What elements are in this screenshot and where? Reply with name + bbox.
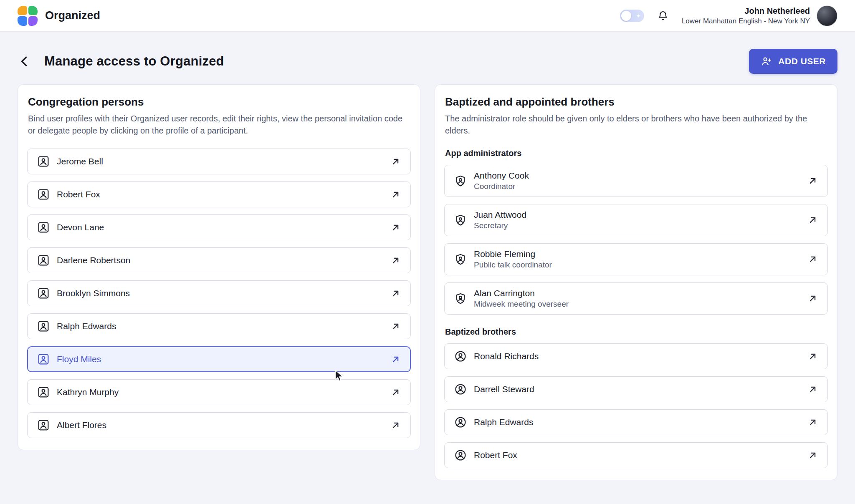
brother-name: Ronald Richards bbox=[474, 351, 539, 361]
admin-role: Public talk coordinator bbox=[474, 260, 552, 270]
open-profile-arrow-icon[interactable] bbox=[390, 420, 401, 431]
open-profile-arrow-icon[interactable] bbox=[807, 254, 818, 265]
open-profile-arrow-icon[interactable] bbox=[807, 450, 818, 461]
admin-role: Coordinator bbox=[474, 182, 529, 191]
open-profile-arrow-icon[interactable] bbox=[807, 384, 818, 395]
open-profile-arrow-icon[interactable] bbox=[390, 189, 401, 200]
admin-row[interactable]: Anthony Cook Coordinator bbox=[444, 165, 828, 197]
page-title: Manage access to Organized bbox=[44, 54, 224, 69]
brand: Organized bbox=[18, 6, 100, 26]
person-name: Albert Flores bbox=[57, 420, 106, 430]
admin-name: Alan Carrington bbox=[474, 288, 569, 298]
open-profile-arrow-icon[interactable] bbox=[807, 351, 818, 362]
person-row-selected[interactable]: Floyd Miles bbox=[27, 346, 411, 372]
admin-row[interactable]: Alan Carrington Midweek meeting overseer bbox=[444, 282, 828, 315]
person-name: Robert Fox bbox=[57, 189, 100, 199]
open-profile-arrow-icon[interactable] bbox=[390, 288, 401, 299]
top-bar: Organized ✦ John Netherleed Lower Manhat… bbox=[0, 0, 855, 32]
toggle-knob bbox=[621, 11, 631, 21]
user-block[interactable]: John Netherleed Lower Manhattan English … bbox=[682, 5, 837, 26]
open-profile-arrow-icon[interactable] bbox=[390, 156, 401, 167]
panel-title: Congregation persons bbox=[28, 96, 411, 108]
congregation-persons-panel: Congregation persons Bind user profiles … bbox=[18, 84, 420, 450]
open-profile-arrow-icon[interactable] bbox=[807, 175, 818, 186]
sparkle-icon: ✦ bbox=[636, 12, 641, 20]
brother-row[interactable]: Robert Fox bbox=[444, 442, 828, 468]
add-user-button[interactable]: ADD USER bbox=[749, 49, 837, 74]
person-row[interactable]: Kathryn Murphy bbox=[27, 379, 411, 405]
theme-toggle[interactable]: ✦ bbox=[620, 10, 644, 22]
person-row[interactable]: Jerome Bell bbox=[27, 149, 411, 174]
panel-description: The administrator role should be given o… bbox=[445, 113, 828, 137]
admin-name: Juan Attwood bbox=[474, 210, 526, 220]
brother-row[interactable]: Ronald Richards bbox=[444, 343, 828, 369]
add-user-label: ADD USER bbox=[778, 56, 826, 66]
user-texts: John Netherleed Lower Manhattan English … bbox=[682, 6, 810, 25]
open-profile-arrow-icon[interactable] bbox=[390, 387, 401, 398]
admin-role: Secretary bbox=[474, 221, 526, 230]
top-right-controls: ✦ John Netherleed Lower Manhattan Englis… bbox=[620, 5, 837, 26]
app-logo-icon bbox=[18, 6, 38, 26]
person-name: Ralph Edwards bbox=[57, 321, 116, 331]
notifications-bell-icon[interactable] bbox=[657, 10, 669, 22]
person-card-icon bbox=[37, 386, 50, 399]
open-profile-arrow-icon[interactable] bbox=[807, 293, 818, 304]
shield-person-icon bbox=[454, 214, 467, 227]
person-card-icon bbox=[37, 155, 50, 168]
person-card-icon bbox=[37, 221, 50, 234]
page-header: Manage access to Organized ADD USER bbox=[18, 48, 837, 74]
open-profile-arrow-icon[interactable] bbox=[390, 222, 401, 233]
shield-person-icon bbox=[454, 253, 467, 266]
person-row[interactable]: Robert Fox bbox=[27, 181, 411, 207]
open-profile-arrow-icon[interactable] bbox=[390, 321, 401, 332]
person-row[interactable]: Brooklyn Simmons bbox=[27, 280, 411, 306]
section-label-app-administrators: App administrators bbox=[445, 149, 828, 158]
person-name: Brooklyn Simmons bbox=[57, 288, 130, 298]
page: Manage access to Organized ADD USER Cong… bbox=[0, 48, 855, 480]
person-row[interactable]: Albert Flores bbox=[27, 412, 411, 438]
person-card-icon bbox=[37, 353, 50, 366]
person-row[interactable]: Darlene Robertson bbox=[27, 247, 411, 273]
section-label-baptized-brothers: Baptized brothers bbox=[445, 327, 828, 337]
add-user-icon bbox=[761, 55, 772, 67]
open-profile-arrow-icon[interactable] bbox=[807, 214, 818, 226]
back-button[interactable] bbox=[18, 54, 32, 68]
open-profile-arrow-icon[interactable] bbox=[390, 354, 401, 365]
circle-person-icon bbox=[454, 449, 467, 462]
person-card-icon bbox=[37, 320, 50, 333]
circle-person-icon bbox=[454, 383, 467, 396]
avatar[interactable] bbox=[817, 5, 837, 26]
person-card-icon bbox=[37, 188, 50, 201]
circle-person-icon bbox=[454, 416, 467, 429]
app-name: Organized bbox=[45, 9, 100, 22]
brother-name: Darrell Steward bbox=[474, 384, 534, 394]
circle-person-icon bbox=[454, 350, 467, 363]
brother-row[interactable]: Ralph Edwards bbox=[444, 409, 828, 435]
person-card-icon bbox=[37, 254, 50, 267]
user-congregation: Lower Manhattan English - New York NY bbox=[682, 17, 810, 25]
brother-row[interactable]: Darrell Steward bbox=[444, 376, 828, 402]
person-row[interactable]: Devon Lane bbox=[27, 214, 411, 240]
panel-description: Bind user profiles with their Organized … bbox=[28, 113, 411, 137]
user-name: John Netherleed bbox=[744, 6, 810, 16]
person-row[interactable]: Ralph Edwards bbox=[27, 313, 411, 339]
admin-name: Robbie Fleming bbox=[474, 249, 552, 259]
person-name: Kathryn Murphy bbox=[57, 387, 119, 397]
admin-name: Anthony Cook bbox=[474, 171, 529, 181]
person-name: Devon Lane bbox=[57, 222, 104, 232]
admin-role: Midweek meeting overseer bbox=[474, 300, 569, 309]
person-card-icon bbox=[37, 418, 50, 432]
shield-person-icon bbox=[454, 292, 467, 305]
open-profile-arrow-icon[interactable] bbox=[390, 255, 401, 266]
admin-row[interactable]: Juan Attwood Secretary bbox=[444, 204, 828, 236]
brother-name: Robert Fox bbox=[474, 450, 517, 460]
person-card-icon bbox=[37, 287, 50, 300]
shield-person-icon bbox=[454, 174, 467, 188]
panels: Congregation persons Bind user profiles … bbox=[18, 84, 837, 480]
baptized-appointed-panel: Baptized and appointed brothers The admi… bbox=[435, 84, 837, 480]
person-name: Floyd Miles bbox=[57, 354, 101, 364]
open-profile-arrow-icon[interactable] bbox=[807, 417, 818, 428]
person-name: Jerome Bell bbox=[57, 156, 103, 166]
admin-row[interactable]: Robbie Fleming Public talk coordinator bbox=[444, 243, 828, 275]
brother-name: Ralph Edwards bbox=[474, 417, 533, 427]
